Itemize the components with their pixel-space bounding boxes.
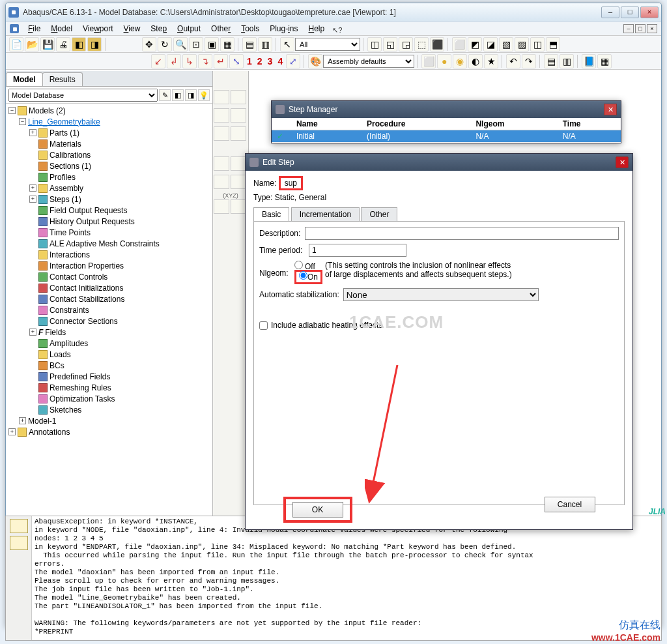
console-warn-icon[interactable] xyxy=(10,536,28,550)
menu-model[interactable]: Model xyxy=(46,23,78,35)
tool-9[interactable] xyxy=(214,175,229,189)
auto-stab-select[interactable]: None xyxy=(343,288,539,301)
db-icon-1[interactable]: ◧ xyxy=(72,37,86,51)
rotate-icon[interactable]: ↻ xyxy=(158,37,172,51)
tab-other[interactable]: Other xyxy=(361,207,397,221)
cube6-icon[interactable]: ◫ xyxy=(530,37,545,51)
cancel-button[interactable]: Cancel xyxy=(545,497,595,512)
menu-view[interactable]: View xyxy=(119,23,146,35)
select-icon[interactable]: ↖ xyxy=(280,37,294,51)
axis5-icon[interactable]: ↵ xyxy=(214,54,228,68)
axis2-icon[interactable]: ↲ xyxy=(167,54,181,68)
time-period-input[interactable] xyxy=(309,244,406,257)
list1-icon[interactable]: ▤ xyxy=(544,54,558,68)
end-icon[interactable]: ▦ xyxy=(597,54,612,68)
new-icon[interactable]: 📄 xyxy=(9,37,23,51)
tab-results[interactable]: Results xyxy=(42,72,83,86)
palette-icon[interactable]: 🎨 xyxy=(308,54,322,68)
rs3-icon[interactable]: ◉ xyxy=(453,54,467,68)
open-icon[interactable]: 📂 xyxy=(25,37,39,51)
viewport-3[interactable]: 3 xyxy=(268,56,273,66)
tool-5[interactable] xyxy=(214,126,229,141)
cube2-icon[interactable]: ◩ xyxy=(468,37,482,51)
cube4-icon[interactable]: ▧ xyxy=(499,37,513,51)
menu-tools[interactable]: Tools xyxy=(236,23,264,35)
tab-basic[interactable]: Basic xyxy=(253,207,289,221)
zoom-box-icon[interactable]: ⊡ xyxy=(189,37,203,51)
tree-model-link[interactable]: Line_Geometrybaike xyxy=(28,117,100,126)
tt-icon-1[interactable]: ✎ xyxy=(159,89,171,101)
toggle-icon[interactable]: − xyxy=(19,118,26,125)
tool-8[interactable] xyxy=(231,156,246,171)
tool-12[interactable] xyxy=(231,199,246,214)
tree-db-select[interactable]: Model Database xyxy=(8,89,158,102)
axis1-icon[interactable]: ↙ xyxy=(151,54,165,68)
menu-viewport[interactable]: Viewport xyxy=(78,23,119,35)
console-info-icon[interactable] xyxy=(10,519,28,533)
minimize-button[interactable]: – xyxy=(601,7,619,18)
menu-plugins[interactable]: Plug-ins xyxy=(264,23,303,35)
maximize-button[interactable]: □ xyxy=(621,7,639,18)
nlgeom-off-radio[interactable] xyxy=(294,261,303,269)
menu-step[interactable]: Step xyxy=(145,23,172,35)
save-icon[interactable]: 💾 xyxy=(40,37,55,51)
auto-fit-icon[interactable]: ▦ xyxy=(220,37,234,51)
tab-incrementation[interactable]: Incrementation xyxy=(291,207,360,221)
cube7-icon[interactable]: ⬒ xyxy=(546,37,560,51)
rs1-icon[interactable]: ⬜ xyxy=(421,54,436,68)
triad-icon[interactable]: ⤢ xyxy=(286,54,300,68)
db-icon-2[interactable]: ◨ xyxy=(87,37,102,51)
table-row[interactable]: ✓ Initial (Initial) N/A N/A xyxy=(272,130,621,143)
zoom-icon[interactable]: 🔍 xyxy=(173,37,188,51)
description-input[interactable] xyxy=(305,227,619,240)
viewport-2[interactable]: 2 xyxy=(257,56,263,66)
print-icon[interactable]: 🖨 xyxy=(56,37,70,51)
selection-scope-select[interactable]: All xyxy=(295,38,360,51)
mdi-minimize[interactable]: – xyxy=(623,24,634,33)
book-icon[interactable]: 📘 xyxy=(582,54,596,68)
axis6-icon[interactable]: ⤡ xyxy=(229,54,244,68)
tt-icon-4[interactable]: 💡 xyxy=(198,89,210,101)
grid1-icon[interactable]: ▤ xyxy=(242,37,257,51)
tool-6[interactable] xyxy=(231,126,246,141)
context-help-icon[interactable] xyxy=(332,23,343,34)
tool-3[interactable] xyxy=(214,108,229,123)
menu-other[interactable]: Other xyxy=(206,23,236,35)
view2-icon[interactable]: ◱ xyxy=(383,37,397,51)
cube5-icon[interactable]: ▨ xyxy=(515,37,529,51)
rs4-icon[interactable]: ◐ xyxy=(468,54,483,68)
adiabatic-checkbox[interactable] xyxy=(259,321,268,330)
tool-10[interactable] xyxy=(231,175,246,189)
view5-icon[interactable]: ⬛ xyxy=(430,37,444,51)
tab-model[interactable]: Model xyxy=(6,72,43,86)
view3-icon[interactable]: ◲ xyxy=(399,37,413,51)
mdi-restore[interactable]: □ xyxy=(635,24,646,33)
axis4-icon[interactable]: ↴ xyxy=(198,54,212,68)
fit-icon[interactable]: ▣ xyxy=(205,37,219,51)
edit-step-close[interactable]: ✕ xyxy=(616,156,629,168)
tt-icon-3[interactable]: ◨ xyxy=(185,89,197,101)
viewport-4[interactable]: 4 xyxy=(277,56,283,66)
rs2-icon[interactable]: ● xyxy=(437,54,451,68)
tool-manager[interactable] xyxy=(231,90,246,104)
pan-icon[interactable]: ✥ xyxy=(142,37,156,51)
grid2-icon[interactable]: ▥ xyxy=(258,37,272,51)
cube3-icon[interactable]: ◪ xyxy=(483,37,498,51)
tool-4[interactable] xyxy=(231,108,246,123)
tool-7[interactable] xyxy=(214,156,229,171)
toggle-icon[interactable]: − xyxy=(8,107,16,114)
close-button[interactable]: × xyxy=(640,7,659,18)
viewport-1[interactable]: 1 xyxy=(247,56,252,66)
menu-help[interactable]: Help xyxy=(304,23,330,35)
tree-model1[interactable]: Model-1 xyxy=(28,417,56,426)
menu-file[interactable]: File xyxy=(23,23,46,35)
ok-button[interactable]: OK xyxy=(292,502,343,518)
tool-11[interactable] xyxy=(214,199,229,214)
cube1-icon[interactable]: ⬜ xyxy=(452,37,466,51)
tool-create[interactable] xyxy=(214,90,229,104)
step-table[interactable]: Name Procedure Nlgeom Time ✓ Initial (In… xyxy=(272,118,621,142)
nlgeom-on-radio[interactable] xyxy=(299,271,307,280)
edit-step-titlebar[interactable]: Edit Step ✕ xyxy=(246,154,632,171)
step-mgr-titlebar[interactable]: Step Manager ✕ xyxy=(272,101,621,118)
axis3-icon[interactable]: ↳ xyxy=(182,54,197,68)
